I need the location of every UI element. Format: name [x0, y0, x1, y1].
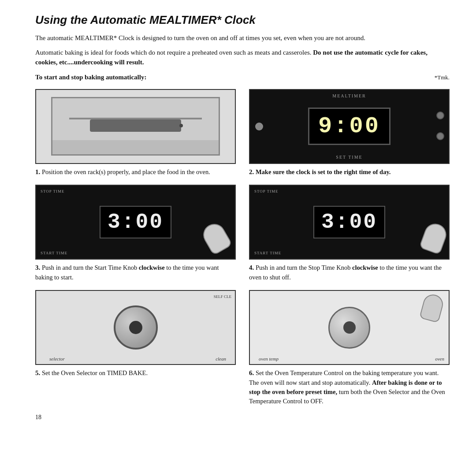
- page-number: 18: [35, 414, 450, 421]
- step-4-text: 4. Push in and turn the Stop Time Knob c…: [249, 263, 450, 282]
- step3-label-top: STOP TIME: [41, 189, 65, 193]
- dial-label-oventemp: oven temp: [259, 356, 279, 361]
- knob-bottom: [436, 132, 444, 140]
- oven-door: [52, 140, 219, 154]
- pan-handle: [179, 124, 183, 127]
- step4-label-bottom: START TIME: [254, 251, 281, 255]
- step-4-image: STOP TIME 3:00 START TIME: [249, 185, 450, 260]
- hand-illustration-4: [419, 221, 449, 255]
- clock-display-2: 3:00: [100, 206, 171, 238]
- step-2-text: 2. Make sure the clock is set to the rig…: [249, 167, 450, 177]
- selector-dial: [114, 305, 158, 350]
- intro-text-normal: Automatic baking is ideal for foods whic…: [35, 49, 313, 56]
- hand-illustration-6: [419, 292, 445, 323]
- step-6-image: oven temp oven: [249, 290, 450, 365]
- intro-paragraph-2: Automatic baking is ideal for foods whic…: [35, 48, 450, 67]
- step-2-image: MEALTIMER 9:00 SET TIME: [249, 89, 450, 164]
- step-4-block: STOP TIME 3:00 START TIME 4. Push in and…: [249, 185, 450, 282]
- page-title: Using the Automatic MEALTIMER* Clock: [35, 13, 450, 27]
- step-5-text: 5. Set the Oven Selector on TIMED BAKE.: [35, 368, 236, 378]
- oven-illustration: [51, 97, 220, 156]
- knob-top: [436, 112, 444, 119]
- step-6-text: 6. Set the Oven Temperature Control on t…: [249, 368, 450, 406]
- step-6-block: oven temp oven 6. Set the Oven Temperatu…: [249, 290, 450, 406]
- section-label: To start and stop baking automatically:: [35, 74, 146, 81]
- step-1-block: 1. Position the oven rack(s) properly, a…: [35, 89, 236, 177]
- step-1-image: [35, 89, 236, 164]
- dial-label-selector: selector: [49, 356, 65, 361]
- dial-label-clean: clean: [216, 356, 226, 361]
- clock-display-1: 9:00: [308, 108, 390, 145]
- clock-label-top: MEALTIMER: [332, 93, 366, 98]
- clock-label-bottom: SET TIME: [336, 155, 362, 160]
- temp-dial-knob: [343, 321, 356, 334]
- steps-grid: 1. Position the oven rack(s) properly, a…: [35, 89, 450, 406]
- step-5-block: SELF CLE selector clean 5. Set the Oven …: [35, 290, 236, 406]
- step-2-block: MEALTIMER 9:00 SET TIME 2. Make sure the…: [249, 89, 450, 177]
- temp-dial: [328, 307, 370, 349]
- step-1-text: 1. Position the oven rack(s) properly, a…: [35, 167, 236, 177]
- dial-label-oven: oven: [435, 356, 444, 361]
- step-3-block: STOP TIME 3:00 START TIME 3. Push in and…: [35, 185, 236, 282]
- step3-label-bottom: START TIME: [41, 251, 67, 255]
- step-5-image: SELF CLE selector clean: [35, 290, 236, 365]
- intro-paragraph-1: The automatic MEALTIMER* Clock is design…: [35, 33, 450, 43]
- step-3-image: STOP TIME 3:00 START TIME: [35, 185, 236, 260]
- trademark-label: *Tmk.: [435, 74, 450, 81]
- step4-label-top: STOP TIME: [254, 189, 279, 193]
- hand-illustration-3: [199, 220, 233, 256]
- step-3-text: 3. Push in and turn the Start Time Knob …: [35, 263, 236, 282]
- oven-pan: [90, 119, 182, 132]
- clock-dot-left: [255, 123, 263, 130]
- dial-inner-knob: [129, 321, 142, 334]
- clock-display-3: 3:00: [313, 206, 385, 238]
- dial-text-selfcle: SELF CLE: [214, 294, 231, 299]
